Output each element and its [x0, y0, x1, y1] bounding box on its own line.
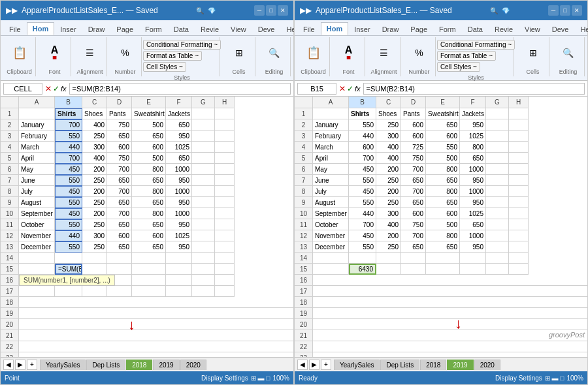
cell-h4-r[interactable] [509, 142, 529, 153]
sheet-tab-2018-r[interactable]: 2018 [420, 360, 446, 370]
tab-page-r[interactable]: Page [404, 23, 433, 35]
cell-c14-r[interactable] [376, 253, 401, 264]
conditional-formatting-button-r[interactable]: Conditional Formatting ~ [437, 40, 515, 50]
number-icon-r[interactable]: % [410, 44, 429, 62]
cell-h5[interactable] [215, 153, 235, 164]
cell-f8-r[interactable]: 1000 [460, 186, 486, 197]
cell-d9-r[interactable]: 650 [401, 197, 426, 208]
cell-e2[interactable]: 500 [132, 119, 166, 131]
sheet-nav-next-r[interactable]: ▶ [309, 360, 319, 370]
cell-g11[interactable] [192, 219, 215, 230]
search-icon-right[interactable]: 🔍 [490, 7, 498, 14]
cell-a12-r[interactable]: November [313, 230, 349, 241]
clipboard-icon[interactable]: 📋 [10, 44, 29, 62]
cell-a10[interactable]: September [19, 208, 55, 219]
cell-d14[interactable] [107, 253, 132, 264]
cell-b8[interactable]: 450 [55, 186, 82, 197]
cell-g10[interactable] [192, 208, 215, 219]
cell-d2-r[interactable]: 600 [401, 119, 426, 131]
cell-b13-r[interactable]: 550 [349, 241, 376, 253]
cell-b10-r[interactable]: 440 [349, 208, 376, 219]
tab-review-r[interactable]: Revie [489, 23, 519, 35]
cell-h9-r[interactable] [509, 197, 529, 208]
fx-icon[interactable]: fx [61, 85, 67, 93]
cell-b1-r[interactable]: Shirts [349, 108, 376, 119]
cell-g15[interactable] [192, 264, 215, 275]
cell-a1[interactable] [19, 108, 55, 119]
cell-g5[interactable] [192, 153, 215, 164]
conditional-formatting-button[interactable]: Conditional Formatting ~ [143, 40, 221, 50]
cell-g14-r[interactable] [486, 253, 509, 264]
cell-styles-button-r[interactable]: Cell Styles ~ [437, 62, 480, 72]
cell-a4-r[interactable]: March [313, 142, 349, 153]
cell-h14-r[interactable] [509, 253, 529, 264]
tab-dev-r[interactable]: Deve [546, 23, 575, 35]
sheet-tab-deplists-r[interactable]: Dep Lists [380, 360, 419, 370]
cell-h8[interactable] [215, 186, 235, 197]
tab-insert[interactable]: Inser [54, 23, 82, 35]
tab-view-r[interactable]: View [519, 23, 546, 35]
cell-b8-r[interactable]: 450 [349, 186, 376, 197]
cell-h15[interactable] [215, 264, 235, 275]
cell-d7[interactable]: 650 [107, 175, 132, 186]
cell-h12-r[interactable] [509, 230, 529, 241]
cell-f1[interactable]: Jackets [166, 108, 192, 119]
cell-h1-r[interactable] [509, 108, 529, 119]
cell-c8[interactable]: 200 [82, 186, 107, 197]
cell-e1[interactable]: Sweatshirt [132, 108, 166, 119]
cell-h7-r[interactable] [509, 175, 529, 186]
cells-icon[interactable]: ⊞ [230, 44, 248, 62]
cell-f6[interactable]: 1000 [166, 164, 192, 175]
cell-f14[interactable] [166, 253, 192, 264]
cell-e5[interactable]: 500 [132, 153, 166, 164]
cell-b14[interactable] [55, 253, 82, 264]
sheet-tab-yearlysales[interactable]: YearlySales [40, 360, 86, 370]
cell-a14[interactable] [19, 253, 55, 264]
cell-g2[interactable] [192, 119, 215, 131]
cell-b7[interactable]: 550 [55, 175, 82, 186]
cell-e10[interactable]: 800 [132, 208, 166, 219]
number-icon[interactable]: % [116, 44, 135, 62]
cell-b10[interactable]: 450 [55, 208, 82, 219]
cell-h11[interactable] [215, 219, 235, 230]
cell-f10[interactable]: 1000 [166, 208, 192, 219]
cell-h14[interactable] [215, 253, 235, 264]
tab-dev[interactable]: Deve [252, 23, 281, 35]
cell-f12[interactable]: 1025 [166, 230, 192, 241]
cell-d8[interactable]: 700 [107, 186, 132, 197]
cell-c2-r[interactable]: 250 [376, 119, 401, 131]
cell-c12[interactable]: 300 [82, 230, 107, 241]
cell-h16[interactable] [215, 275, 235, 286]
cell-g12[interactable] [192, 230, 215, 241]
fx-icon-right[interactable]: fx [355, 85, 361, 93]
cell-d13-r[interactable]: 650 [401, 241, 426, 253]
cell-f4[interactable]: 1025 [166, 142, 192, 153]
cell-c4-r[interactable]: 400 [376, 142, 401, 153]
cell-e16[interactable] [132, 275, 166, 286]
cell-a7-r[interactable]: June [313, 175, 349, 186]
cell-e4[interactable]: 600 [132, 142, 166, 153]
cell-a5-r[interactable]: April [313, 153, 349, 164]
cell-g15-r[interactable] [486, 264, 509, 275]
cell-b4[interactable]: 440 [55, 142, 82, 153]
sheet-tab-2018[interactable]: 2018 [126, 360, 152, 370]
sheet-nav-prev[interactable]: ◀ [3, 360, 14, 370]
maximize-button-right[interactable]: □ [560, 5, 570, 16]
format-table-button-r[interactable]: Format as Table ~ [437, 51, 496, 61]
cell-f9[interactable]: 950 [166, 197, 192, 208]
cell-g6-r[interactable] [486, 164, 509, 175]
cell-f8[interactable]: 1000 [166, 186, 192, 197]
cell-h12[interactable] [215, 230, 235, 241]
cell-f14-r[interactable] [460, 253, 486, 264]
cell-g7[interactable] [192, 175, 215, 186]
cell-a8[interactable]: July [19, 186, 55, 197]
cell-c11[interactable]: 250 [82, 219, 107, 230]
cell-e14-r[interactable] [426, 253, 460, 264]
tab-file[interactable]: File [3, 23, 27, 35]
clipboard-icon-r[interactable]: 📋 [304, 44, 323, 62]
cell-d3[interactable]: 650 [107, 131, 132, 142]
cell-e6-r[interactable]: 800 [426, 164, 460, 175]
cell-b12-r[interactable]: 450 [349, 230, 376, 241]
cell-a12[interactable]: November [19, 230, 55, 241]
confirm-icon[interactable]: ✓ [53, 84, 59, 93]
